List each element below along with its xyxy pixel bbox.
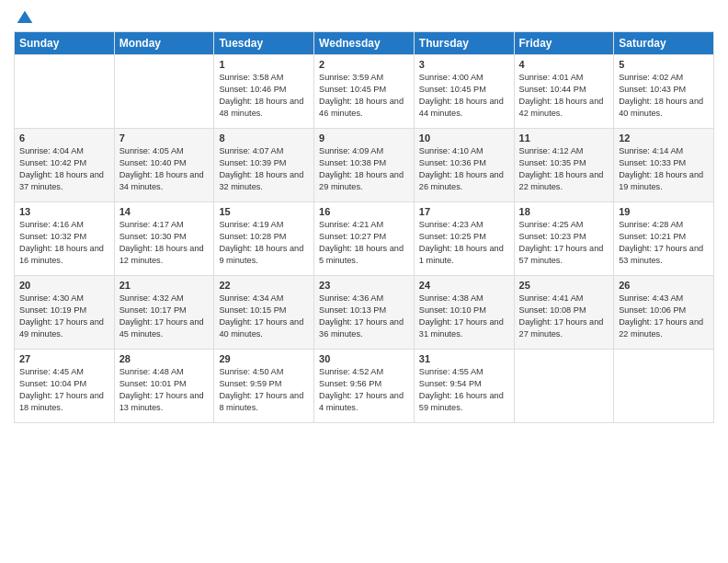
day-cell [114,55,214,129]
day-number: 12 [619,132,709,144]
day-info: Sunrise: 4:01 AMSunset: 10:44 PMDaylight… [519,72,609,120]
day-number: 28 [119,353,210,364]
calendar-page: SundayMondayTuesdayWednesdayThursdayFrid… [0,0,728,563]
day-info: Sunrise: 4:36 AMSunset: 10:13 PMDaylight… [319,293,409,340]
week-row-2: 6Sunrise: 4:04 AMSunset: 10:42 PMDayligh… [15,129,714,202]
day-info: Sunrise: 4:09 AMSunset: 10:38 PMDaylight… [319,145,409,193]
day-number: 7 [119,132,210,144]
day-number: 10 [419,132,509,144]
day-number: 27 [19,353,109,364]
day-cell: 7Sunrise: 4:05 AMSunset: 10:40 PMDayligh… [114,129,214,202]
day-number: 18 [519,206,609,217]
logo [14,9,34,24]
day-cell: 19Sunrise: 4:28 AMSunset: 10:21 PMDaylig… [614,202,714,276]
day-info: Sunrise: 4:45 AMSunset: 10:04 PMDaylight… [19,366,109,414]
day-info: Sunrise: 4:30 AMSunset: 10:19 PMDaylight… [19,293,109,340]
day-info: Sunrise: 4:41 AMSunset: 10:08 PMDaylight… [519,293,609,340]
day-number: 31 [419,353,509,364]
day-number: 20 [19,280,109,291]
day-cell: 3Sunrise: 4:00 AMSunset: 10:45 PMDayligh… [414,55,514,129]
day-info: Sunrise: 4:52 AMSunset: 9:56 PMDaylight:… [319,366,409,414]
day-number: 4 [519,59,609,70]
day-number: 5 [619,59,709,70]
day-cell [514,350,614,423]
day-number: 23 [319,280,409,291]
day-cell: 15Sunrise: 4:19 AMSunset: 10:28 PMDaylig… [214,202,314,276]
day-info: Sunrise: 4:00 AMSunset: 10:45 PMDaylight… [419,72,509,120]
day-cell: 5Sunrise: 4:02 AMSunset: 10:43 PMDayligh… [614,55,714,129]
day-cell: 21Sunrise: 4:32 AMSunset: 10:17 PMDaylig… [114,276,214,350]
day-info: Sunrise: 4:12 AMSunset: 10:35 PMDaylight… [519,145,609,193]
day-cell [614,350,714,423]
day-number: 30 [319,353,409,364]
day-header-sunday: Sunday [15,32,115,55]
week-row-5: 27Sunrise: 4:45 AMSunset: 10:04 PMDaylig… [15,350,714,423]
week-row-4: 20Sunrise: 4:30 AMSunset: 10:19 PMDaylig… [15,276,714,350]
day-header-tuesday: Tuesday [214,32,314,55]
day-info: Sunrise: 4:14 AMSunset: 10:33 PMDaylight… [619,145,709,193]
day-number: 16 [319,206,409,217]
day-number: 26 [619,280,709,291]
day-cell: 30Sunrise: 4:52 AMSunset: 9:56 PMDayligh… [314,350,415,423]
day-info: Sunrise: 4:07 AMSunset: 10:39 PMDaylight… [219,145,309,193]
days-header-row: SundayMondayTuesdayWednesdayThursdayFrid… [15,32,714,55]
day-cell: 16Sunrise: 4:21 AMSunset: 10:27 PMDaylig… [314,202,415,276]
day-info: Sunrise: 4:23 AMSunset: 10:25 PMDaylight… [419,219,509,267]
day-cell: 25Sunrise: 4:41 AMSunset: 10:08 PMDaylig… [514,276,614,350]
day-number: 9 [319,132,409,144]
day-cell: 8Sunrise: 4:07 AMSunset: 10:39 PMDayligh… [214,129,314,202]
day-info: Sunrise: 3:58 AMSunset: 10:46 PMDaylight… [219,72,309,120]
day-cell: 11Sunrise: 4:12 AMSunset: 10:35 PMDaylig… [514,129,614,202]
day-number: 2 [319,59,409,70]
day-number: 19 [619,206,709,217]
day-info: Sunrise: 4:25 AMSunset: 10:23 PMDaylight… [519,219,609,267]
week-row-1: 1Sunrise: 3:58 AMSunset: 10:46 PMDayligh… [15,55,714,129]
day-header-friday: Friday [514,32,614,55]
day-number: 14 [119,206,210,217]
day-info: Sunrise: 3:59 AMSunset: 10:45 PMDaylight… [319,72,409,120]
day-info: Sunrise: 4:10 AMSunset: 10:36 PMDaylight… [419,145,509,193]
svg-marker-0 [17,11,33,23]
day-cell: 13Sunrise: 4:16 AMSunset: 10:32 PMDaylig… [15,202,115,276]
day-info: Sunrise: 4:34 AMSunset: 10:15 PMDaylight… [219,293,309,340]
day-number: 21 [119,280,210,291]
day-info: Sunrise: 4:55 AMSunset: 9:54 PMDaylight:… [419,366,509,414]
day-info: Sunrise: 4:17 AMSunset: 10:30 PMDaylight… [119,219,210,267]
day-cell: 27Sunrise: 4:45 AMSunset: 10:04 PMDaylig… [15,350,115,423]
day-cell [15,55,115,129]
day-info: Sunrise: 4:16 AMSunset: 10:32 PMDaylight… [19,219,109,267]
day-number: 3 [419,59,509,70]
day-cell: 17Sunrise: 4:23 AMSunset: 10:25 PMDaylig… [414,202,514,276]
day-number: 22 [219,280,309,291]
day-cell: 10Sunrise: 4:10 AMSunset: 10:36 PMDaylig… [414,129,514,202]
day-header-monday: Monday [114,32,214,55]
day-cell: 20Sunrise: 4:30 AMSunset: 10:19 PMDaylig… [15,276,115,350]
day-info: Sunrise: 4:04 AMSunset: 10:42 PMDaylight… [19,145,109,193]
calendar-table: SundayMondayTuesdayWednesdayThursdayFrid… [14,31,714,423]
day-cell: 28Sunrise: 4:48 AMSunset: 10:01 PMDaylig… [114,350,214,423]
day-cell: 31Sunrise: 4:55 AMSunset: 9:54 PMDayligh… [414,350,514,423]
day-info: Sunrise: 4:32 AMSunset: 10:17 PMDaylight… [119,293,210,340]
header [14,9,714,24]
day-cell: 24Sunrise: 4:38 AMSunset: 10:10 PMDaylig… [414,276,514,350]
day-info: Sunrise: 4:38 AMSunset: 10:10 PMDaylight… [419,293,509,340]
day-cell: 29Sunrise: 4:50 AMSunset: 9:59 PMDayligh… [214,350,314,423]
day-info: Sunrise: 4:02 AMSunset: 10:43 PMDaylight… [619,72,709,120]
day-number: 11 [519,132,609,144]
day-number: 13 [19,206,109,217]
day-cell: 18Sunrise: 4:25 AMSunset: 10:23 PMDaylig… [514,202,614,276]
day-info: Sunrise: 4:28 AMSunset: 10:21 PMDaylight… [619,219,709,267]
day-number: 15 [219,206,309,217]
day-number: 25 [519,280,609,291]
day-info: Sunrise: 4:05 AMSunset: 10:40 PMDaylight… [119,145,210,193]
day-number: 1 [219,59,309,70]
day-header-wednesday: Wednesday [314,32,415,55]
day-number: 6 [19,132,109,144]
day-cell: 6Sunrise: 4:04 AMSunset: 10:42 PMDayligh… [15,129,115,202]
day-info: Sunrise: 4:21 AMSunset: 10:27 PMDaylight… [319,219,409,267]
day-cell: 1Sunrise: 3:58 AMSunset: 10:46 PMDayligh… [214,55,314,129]
day-header-saturday: Saturday [614,32,714,55]
day-header-thursday: Thursday [414,32,514,55]
day-info: Sunrise: 4:48 AMSunset: 10:01 PMDaylight… [119,366,210,414]
day-info: Sunrise: 4:19 AMSunset: 10:28 PMDaylight… [219,219,309,267]
